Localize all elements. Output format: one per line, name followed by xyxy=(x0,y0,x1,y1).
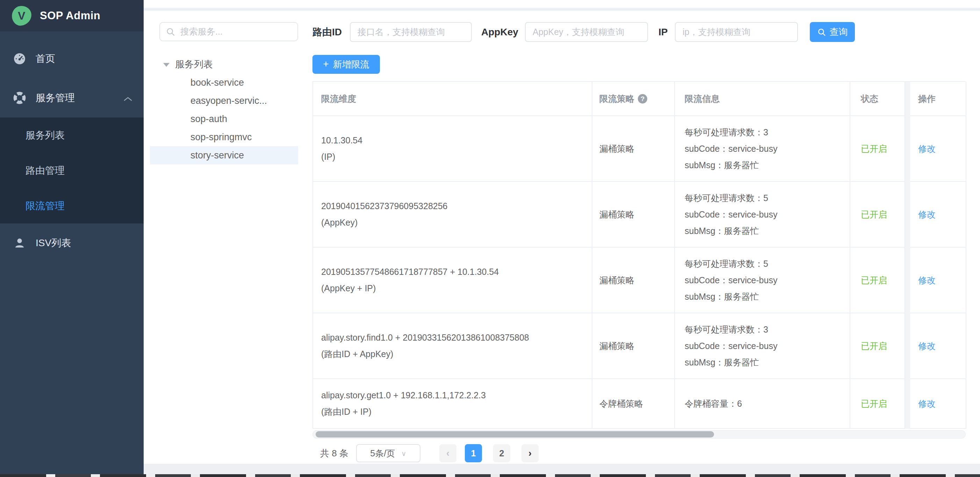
col-header-strategy: 限流策略 ? xyxy=(592,82,675,116)
edit-link[interactable]: 修改 xyxy=(918,272,966,289)
table-row-strategy: 令牌桶策略 xyxy=(592,379,675,429)
prev-page-button[interactable]: ‹ xyxy=(439,444,457,462)
info-line: 每秒可处理请求数：3 xyxy=(685,321,850,338)
table-row-status: 已开启 xyxy=(850,247,905,313)
strategy-value: 漏桶策略 xyxy=(600,272,674,289)
next-page-button[interactable]: › xyxy=(522,444,539,462)
logo-letter: V xyxy=(18,10,25,22)
scrollbar-thumb[interactable] xyxy=(316,431,714,437)
page-size-select[interactable]: 5条/页 ∨ xyxy=(356,444,420,462)
chevron-right-icon: › xyxy=(528,448,531,459)
strategy-value: 漏桶策略 xyxy=(600,338,674,354)
tree-item-label: sop-springmvc xyxy=(191,132,252,143)
strategy-value: 漏桶策略 xyxy=(600,206,674,223)
tree-root-service-list[interactable]: 服务列表 xyxy=(150,55,298,73)
sidebar-submenu: 服务列表 路由管理 限流管理 xyxy=(0,118,144,223)
info-line: 每秒可处理请求数：5 xyxy=(685,256,850,272)
edit-link[interactable]: 修改 xyxy=(918,338,966,354)
tree-item-story-service[interactable]: story-service xyxy=(150,146,298,164)
col-header-status: 状态 xyxy=(850,82,905,116)
sidebar: V SOP Admin 首页 服务管理 服务列表 路由管理 xyxy=(0,0,144,477)
info-line: subCode：service-busy xyxy=(685,338,850,354)
search-icon xyxy=(817,28,826,37)
info-line: subCode：service-busy xyxy=(685,206,850,223)
sidebar-item-limit-mgmt[interactable]: 限流管理 xyxy=(0,188,144,223)
info-line: subMsg：服务器忙 xyxy=(685,289,850,305)
tree-item-book-service[interactable]: book-service xyxy=(150,73,298,92)
dimension-type: (AppKey + IP) xyxy=(321,280,585,297)
table-row-strategy: 漏桶策略 xyxy=(592,247,675,313)
appkey-input[interactable] xyxy=(525,22,648,42)
sidebar-item-home[interactable]: 首页 xyxy=(0,39,144,78)
status-badge: 已开启 xyxy=(861,338,905,354)
dimension-value: alipay.story.find1.0 + 20190331562013861… xyxy=(321,329,585,346)
fixed-column-gap xyxy=(905,182,910,247)
table-row-dimension: 20190513577548661718777857 + 10.1.30.54 … xyxy=(313,247,592,313)
horizontal-scrollbar[interactable] xyxy=(312,430,966,439)
info-line: subCode：service-busy xyxy=(685,272,850,289)
route-id-input[interactable] xyxy=(350,22,472,42)
tree-item-sop-auth[interactable]: sop-auth xyxy=(150,110,298,128)
add-limit-button[interactable]: + 新增限流 xyxy=(312,55,380,74)
logo-bar[interactable]: V SOP Admin xyxy=(0,0,144,32)
sidebar-item-route-mgmt[interactable]: 路由管理 xyxy=(0,153,144,188)
help-icon[interactable]: ? xyxy=(638,94,647,104)
fixed-column-gap xyxy=(905,379,910,429)
dimension-type: (AppKey) xyxy=(321,214,585,231)
query-button-label: 查询 xyxy=(830,26,848,38)
chevron-up-icon xyxy=(123,93,132,104)
col-header-action: 操作 xyxy=(910,82,966,116)
dashboard-icon xyxy=(13,52,27,65)
info-line: subMsg：服务器忙 xyxy=(685,354,850,371)
table-row-info: 每秒可处理请求数：5 subCode：service-busy subMsg：服… xyxy=(675,247,850,313)
edit-link[interactable]: 修改 xyxy=(918,140,966,157)
sidebar-item-label: 首页 xyxy=(36,52,55,65)
dimension-value: alipay.story.get1.0 + 192.168.1.1,172.2.… xyxy=(321,387,585,404)
pagination-total: 共 8 条 xyxy=(320,444,348,462)
navbar-shadow xyxy=(144,8,980,11)
chevron-down-icon: ∨ xyxy=(401,449,406,458)
table-row-action: 修改 xyxy=(910,379,966,429)
caret-down-icon[interactable] xyxy=(163,63,170,67)
ip-input[interactable] xyxy=(675,22,798,42)
sidebar-item-service-list[interactable]: 服务列表 xyxy=(0,118,144,153)
table-row-status: 已开启 xyxy=(850,182,905,247)
tree-item-easyopen-service[interactable]: easyopen-servic... xyxy=(150,92,298,110)
dimension-value: 20190513577548661718777857 + 10.1.30.54 xyxy=(321,264,585,280)
table-row-dimension: 10.1.30.54 (IP) xyxy=(313,116,592,182)
limit-table: 限流维度 限流策略 ? 限流信息 状态 操作 10.1.30.54 (IP) 漏… xyxy=(312,81,966,429)
table-row-info: 每秒可处理请求数：3 subCode：service-busy subMsg：服… xyxy=(675,116,850,182)
edit-link[interactable]: 修改 xyxy=(918,206,966,223)
chevron-left-icon: ‹ xyxy=(446,448,449,459)
service-tree: 服务列表 book-service easyopen-servic... sop… xyxy=(150,55,298,164)
dimension-type: (IP) xyxy=(321,148,585,165)
col-header-dimension: 限流维度 xyxy=(313,82,592,116)
tree-item-label: story-service xyxy=(191,150,244,161)
table-row-status: 已开启 xyxy=(850,313,905,379)
table-row-status: 已开启 xyxy=(850,116,905,182)
sidebar-item-label: 服务管理 xyxy=(36,91,75,105)
sidebar-item-isv-list[interactable]: ISV列表 xyxy=(0,223,144,263)
route-id-label: 路由ID xyxy=(312,22,342,42)
submenu-item-label: 路由管理 xyxy=(25,164,65,177)
dimension-value: 20190401562373796095328256 xyxy=(321,198,585,214)
query-button[interactable]: 查询 xyxy=(810,22,855,42)
sidebar-item-service-mgmt[interactable]: 服务管理 xyxy=(0,78,144,118)
submenu-item-label: 服务列表 xyxy=(25,129,65,142)
dimension-type: (路由ID + IP) xyxy=(321,404,585,420)
ip-label: IP xyxy=(659,22,668,42)
service-search-input[interactable] xyxy=(159,22,298,41)
status-badge: 已开启 xyxy=(861,396,905,412)
page-button-2[interactable]: 2 xyxy=(493,444,510,462)
fixed-column-gap xyxy=(905,313,910,379)
table-row-action: 修改 xyxy=(910,182,966,247)
dimension-type: (路由ID + AppKey) xyxy=(321,346,585,362)
table-row-info: 每秒可处理请求数：5 subCode：service-busy subMsg：服… xyxy=(675,182,850,247)
edit-link[interactable]: 修改 xyxy=(918,396,966,412)
tree-item-label: sop-auth xyxy=(191,114,227,124)
info-line: subMsg：服务器忙 xyxy=(685,157,850,174)
tree-item-sop-springmvc[interactable]: sop-springmvc xyxy=(150,128,298,146)
page-button-1[interactable]: 1 xyxy=(465,444,482,462)
tree-item-label: book-service xyxy=(191,77,244,88)
table-row-action: 修改 xyxy=(910,116,966,182)
